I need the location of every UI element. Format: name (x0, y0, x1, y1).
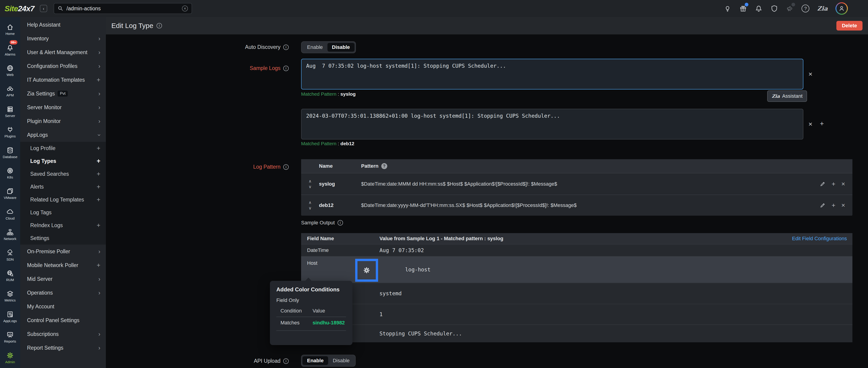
menu-item-help-assistant[interactable]: Help Assistant (20, 18, 106, 32)
plugins-plug-icon (6, 126, 14, 133)
rail-item-network[interactable]: Network (0, 224, 20, 245)
chevron-right-icon: › (98, 118, 100, 125)
edit-pattern-icon[interactable] (820, 202, 826, 208)
rail-item-sdn[interactable]: SDN (0, 245, 20, 265)
network-topology-icon (6, 228, 14, 236)
move-down-icon[interactable]: ∨ (308, 185, 311, 189)
submenu-item-log-profile[interactable]: Log Profile+ (20, 142, 106, 154)
submenu-item-log-types[interactable]: Log Types+ (20, 154, 106, 168)
rail-item-applogs[interactable]: AppLogs (0, 307, 20, 327)
remove-sample-log-1-icon[interactable]: × (808, 70, 812, 78)
rail-item-metrics[interactable]: Metrics (0, 286, 20, 306)
whats-new-gift-icon[interactable] (739, 5, 747, 12)
menu-item-operations[interactable]: Operations› (20, 286, 106, 300)
delete-pattern-icon[interactable]: × (841, 181, 845, 187)
plus-icon[interactable]: + (97, 145, 100, 152)
rail-item-alarms[interactable]: Alarms 99+ (0, 40, 20, 60)
sidebar-collapse-icon[interactable]: ‹ (40, 5, 47, 12)
plus-icon[interactable]: + (97, 222, 100, 229)
rail-item-server[interactable]: Server (0, 102, 20, 122)
popup-value-header: Value (313, 308, 325, 314)
menu-item-user-alert-management[interactable]: User & Alert Management› (20, 46, 106, 59)
plus-icon[interactable]: + (97, 261, 100, 269)
pattern-help-icon[interactable]: ? (381, 163, 387, 169)
delete-pattern-icon[interactable]: × (841, 202, 845, 208)
plus-icon[interactable]: + (97, 196, 100, 203)
help-icon[interactable]: ? (802, 5, 809, 12)
submenu-item-log-tags[interactable]: Log Tags (20, 206, 106, 219)
move-up-icon[interactable]: ∧ (308, 200, 311, 205)
api-upload-disable-option[interactable]: Disable (328, 356, 354, 365)
edit-pattern-icon[interactable] (820, 181, 826, 187)
delete-button[interactable]: Delete (836, 21, 863, 30)
plus-icon[interactable]: + (97, 183, 100, 191)
menu-item-mobile-network-poller[interactable]: Mobile Network Poller+ (20, 258, 106, 272)
zia-icon[interactable]: Zia (817, 5, 828, 12)
chevron-right-icon: › (98, 49, 100, 56)
field-settings-gear-button[interactable] (355, 259, 378, 282)
vmware-icon (6, 188, 14, 195)
applogs-submenu: Log Profile+ Log Types+ Saved Searches+ … (20, 142, 106, 245)
popup-condition: Matches (280, 320, 313, 326)
app-switcher-grid-icon[interactable] (856, 5, 863, 12)
remove-sample-log-2-icon[interactable]: × (808, 121, 812, 128)
search-clear-icon[interactable]: × (182, 5, 188, 11)
rail-item-web[interactable]: Web (0, 60, 20, 81)
move-down-icon[interactable]: ∨ (308, 206, 311, 210)
zia-assistant-button[interactable]: ZiaAssistant (767, 90, 807, 102)
user-avatar[interactable] (835, 2, 848, 15)
submenu-item-related-log-templates[interactable]: Related Log Templates+ (20, 193, 106, 206)
rail-item-admin[interactable]: Admin (0, 347, 20, 368)
auto-discovery-disable-option[interactable]: Disable (328, 43, 354, 52)
menu-item-applogs[interactable]: AppLogs› (20, 128, 106, 142)
rail-item-vmware[interactable]: VMware (0, 183, 20, 204)
add-pattern-icon[interactable]: + (832, 202, 835, 208)
add-pattern-icon[interactable]: + (832, 181, 835, 187)
api-upload-enable-option[interactable]: Enable (303, 356, 328, 365)
notifications-bell-icon[interactable] (755, 5, 763, 12)
edit-field-configurations-link[interactable]: Edit Field Configurations (792, 236, 852, 242)
menu-item-server-monitor[interactable]: Server Monitor› (20, 101, 106, 114)
menu-item-it-automation-templates[interactable]: IT Automation Templates+ (20, 73, 106, 87)
security-shield-icon[interactable] (770, 5, 778, 12)
sample-log-textarea-1[interactable]: Aug 7 07:35:02 log-host systemd[1]: Stop… (301, 59, 803, 89)
menu-item-plugin-monitor[interactable]: Plugin Monitor› (20, 114, 106, 128)
menu-item-control-panel-settings[interactable]: Control Panel Settings (20, 313, 106, 327)
rail-item-k8s[interactable]: K8s (0, 163, 20, 183)
plus-icon[interactable]: + (97, 170, 100, 177)
global-search[interactable]: × (54, 3, 192, 14)
menu-item-configuration-profiles[interactable]: Configuration Profiles› (20, 59, 106, 73)
rail-item-reports[interactable]: Reports (0, 327, 20, 347)
api-upload-toggle: Enable Disable (301, 355, 355, 367)
menu-item-my-account[interactable]: My Account (20, 300, 106, 313)
submenu-item-saved-searches[interactable]: Saved Searches+ (20, 168, 106, 180)
menu-item-report-settings[interactable]: Report Settings› (20, 341, 106, 355)
plus-icon[interactable]: + (97, 158, 100, 165)
rail-item-home[interactable]: Home (0, 19, 20, 40)
submenu-item-reindex-logs[interactable]: ReIndex Logs+ (20, 219, 106, 232)
rail-item-plugins[interactable]: Plugins (0, 122, 20, 142)
rail-item-database[interactable]: Database (0, 142, 20, 163)
divider (276, 317, 346, 317)
menu-item-mid-server[interactable]: Mid Server› (20, 272, 106, 286)
sample-log-textarea-2[interactable]: 2024-03-07T07:35:01.138862+01:00 log-hos… (301, 109, 803, 140)
chevron-right-icon: › (98, 331, 100, 338)
submenu-item-settings[interactable]: Settings (20, 232, 106, 245)
move-up-icon[interactable]: ∧ (308, 179, 311, 183)
plus-icon[interactable]: + (97, 76, 100, 84)
add-sample-log-icon[interactable]: + (820, 120, 824, 127)
rail-item-cloud[interactable]: Cloud (0, 204, 20, 224)
rail-item-rum[interactable]: RUM (0, 265, 20, 286)
menu-item-zia-settings[interactable]: Zia SettingsPvt› (20, 87, 106, 101)
announcements-megaphone-icon[interactable] (786, 5, 794, 12)
menu-item-inventory[interactable]: Inventory› (20, 32, 106, 46)
auto-discovery-enable-option[interactable]: Enable (303, 43, 328, 52)
tips-bulb-icon[interactable] (724, 5, 732, 12)
submenu-item-alerts[interactable]: Alerts+ (20, 180, 106, 193)
menu-item-subscriptions[interactable]: Subscriptions› (20, 327, 106, 341)
site24x7-logo[interactable]: Site24x7 (5, 4, 34, 13)
rail-item-apm[interactable]: APM (0, 81, 20, 101)
menu-item-on-premise-poller[interactable]: On-Premise Poller› (20, 245, 106, 258)
pattern-row-syslog: ∧∨ syslog $DateTime:date:MMM dd HH:mm:ss… (301, 173, 852, 195)
search-input[interactable] (66, 5, 179, 12)
